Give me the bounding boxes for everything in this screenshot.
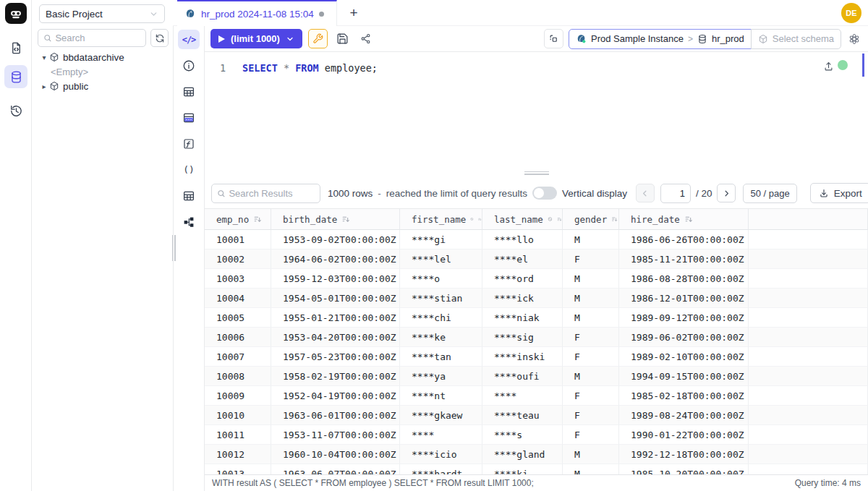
table-cell[interactable]: 1985-11-21T00:00:00Z (619, 249, 749, 269)
table-cell[interactable]: ****gland (482, 445, 563, 464)
table-cell[interactable] (749, 425, 868, 445)
table-cell[interactable]: 1953-04-20T00:00:00Z (271, 328, 400, 347)
table-cell[interactable]: 1985-10-20T00:00:00Z (619, 464, 749, 474)
ai-assistant-icon[interactable] (848, 33, 861, 46)
connection-selector[interactable]: Prod Sample Instance > hr_prod (569, 29, 752, 49)
schema-selector[interactable]: Select schema (751, 29, 841, 49)
er-diagram-icon[interactable] (178, 212, 200, 231)
table-cell[interactable]: 1989-06-02T00:00:00Z (619, 328, 749, 347)
table-cell[interactable]: ****lel (400, 249, 482, 269)
vertical-display-toggle[interactable] (532, 187, 557, 200)
caret-right-icon[interactable]: ▸ (39, 82, 49, 90)
table-cell[interactable]: 10010 (205, 406, 271, 425)
table-cell[interactable]: M (563, 308, 619, 328)
column-header-gender[interactable]: gender (563, 209, 619, 230)
table-cell[interactable]: ****oufi (482, 367, 563, 386)
table-cell[interactable]: F (563, 328, 619, 347)
table-cell[interactable]: 1960-10-04T00:00:00Z (271, 445, 400, 464)
info-icon[interactable] (178, 56, 200, 75)
table-cell[interactable]: ****sig (482, 328, 563, 347)
sql-editor-icon[interactable]: </> (178, 30, 200, 49)
table-cell[interactable]: 1957-05-23T00:00:00Z (271, 347, 400, 367)
table-cell[interactable]: 10011 (205, 425, 271, 445)
table-cell[interactable] (749, 249, 868, 269)
functions-icon[interactable] (178, 134, 200, 153)
sql-code-line[interactable]: SELECT * FROM employee; (242, 62, 378, 74)
table-cell[interactable]: F (563, 386, 619, 406)
avatar[interactable]: DE (841, 3, 861, 23)
new-tab-button[interactable]: + (345, 4, 362, 22)
page-next-button[interactable] (717, 184, 736, 202)
table-cell[interactable]: M (563, 367, 619, 386)
page-prev-button[interactable] (636, 184, 655, 202)
table-cell[interactable]: 10002 (205, 249, 271, 269)
table-cell[interactable]: 1989-09-12T00:00:00Z (619, 308, 749, 328)
sort-icon[interactable] (557, 215, 562, 224)
table-cell[interactable] (749, 308, 868, 328)
table-cell[interactable]: F (563, 406, 619, 425)
table-cell[interactable]: M (563, 464, 619, 474)
table-cell[interactable]: ****ord (482, 269, 563, 289)
table-cell[interactable]: **** (482, 386, 563, 406)
table-cell[interactable]: 10012 (205, 445, 271, 464)
tree-item-public[interactable]: ▸ public (39, 79, 88, 93)
table-cell[interactable]: ****icio (400, 445, 482, 464)
table-cell[interactable]: 1992-12-18T00:00:00Z (619, 445, 749, 464)
column-header-first_name[interactable]: first_name (400, 209, 482, 230)
chevron-down-icon[interactable] (286, 35, 294, 43)
results-search-field[interactable] (229, 188, 315, 199)
table-cell[interactable]: 1989-08-24T00:00:00Z (619, 406, 749, 425)
table-cell[interactable] (749, 347, 868, 367)
table-cell[interactable]: F (563, 249, 619, 269)
table-cell[interactable]: ****inski (482, 347, 563, 367)
database-icon[interactable] (4, 65, 27, 88)
table-cell[interactable]: ****llo (482, 230, 563, 249)
history-icon[interactable] (4, 99, 27, 122)
external-tables-icon[interactable] (178, 108, 200, 127)
table-cell[interactable]: 10013 (205, 464, 271, 474)
table-cell[interactable]: ****ki (482, 464, 563, 474)
table-cell[interactable]: 1952-04-19T00:00:00Z (271, 386, 400, 406)
table-cell[interactable] (749, 328, 868, 347)
table-cell[interactable]: 10001 (205, 230, 271, 249)
table-cell[interactable] (749, 230, 868, 249)
table-cell[interactable]: 10009 (205, 386, 271, 406)
table-cell[interactable] (749, 464, 868, 474)
export-button[interactable]: Export (810, 183, 868, 203)
table-cell[interactable]: 1953-09-02T00:00:00Z (271, 230, 400, 249)
table-cell[interactable]: 10005 (205, 308, 271, 328)
table-cell[interactable]: M (563, 269, 619, 289)
table-cell[interactable]: 1963-06-07T00:00:00Z (271, 464, 400, 474)
column-header-hire_date[interactable]: hire_date (619, 209, 749, 230)
sql-editor[interactable]: 1 SELECT * FROM employee; (205, 52, 868, 168)
table-cell[interactable]: 1986-06-26T00:00:00Z (619, 230, 749, 249)
table-cell[interactable]: F (563, 425, 619, 445)
table-cell[interactable]: F (563, 347, 619, 367)
table-cell[interactable]: ****teau (482, 406, 563, 425)
table-cell[interactable] (749, 367, 868, 386)
column-header-emp_no[interactable]: emp_no (205, 209, 271, 230)
page-size-select[interactable]: 50 / page (743, 184, 796, 203)
sort-icon[interactable] (684, 215, 694, 224)
tree-search-field[interactable] (55, 33, 140, 43)
table-cell[interactable]: M (563, 445, 619, 464)
table-cell[interactable]: 1986-08-28T00:00:00Z (619, 269, 749, 289)
table-cell[interactable]: ****chi (400, 308, 482, 328)
column-header-last_name[interactable]: last_name (482, 209, 563, 230)
table-cell[interactable]: **** (400, 425, 482, 445)
table-cell[interactable] (749, 386, 868, 406)
table-cell[interactable]: 1985-02-18T00:00:00Z (619, 386, 749, 406)
table-cell[interactable]: ****tan (400, 347, 482, 367)
table-cell[interactable] (749, 445, 868, 464)
share-icon[interactable] (356, 29, 375, 48)
table-cell[interactable]: ****hardt (400, 464, 482, 474)
table-cell[interactable]: 1954-05-01T00:00:00Z (271, 289, 400, 308)
table-cell[interactable]: ****stian (400, 289, 482, 308)
batch-query-icon[interactable] (544, 29, 563, 48)
table-cell[interactable]: ****ya (400, 367, 482, 386)
table-cell[interactable]: 10004 (205, 289, 271, 308)
table-cell[interactable] (749, 289, 868, 308)
procedures-icon[interactable]: () (178, 160, 200, 179)
sort-icon[interactable] (611, 215, 618, 224)
table-cell[interactable]: 1958-02-19T00:00:00Z (271, 367, 400, 386)
